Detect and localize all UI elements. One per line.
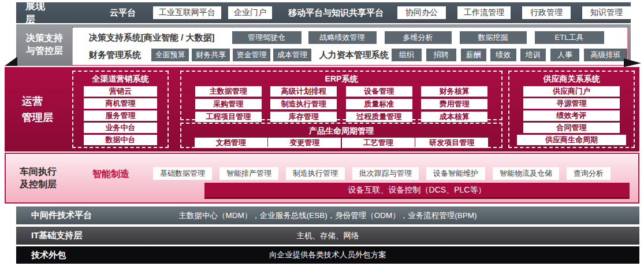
cost-mgmt-chip: 成本管理 xyxy=(273,49,311,61)
supplier-relationship-section: 供应商关系系统 供应商门户 寻源管理 绩效考评 合同管理 供应商生命周期 xyxy=(508,71,635,148)
shopfloor-layer-label: 车间执行 及控制层 xyxy=(20,165,57,190)
finance-share-chip: 财务共享 xyxy=(192,49,229,61)
etl-tools-chip: ETL工具 xyxy=(535,31,604,44)
contract-mgmt-chip: 合同管理 xyxy=(523,123,620,133)
outsourcing-text: 向企业提供各类技术人员外包方案 xyxy=(16,250,639,260)
shopfloor-chips-row: 基础数据管理 智能排产管理 制造执行管理 批次跟踪与管理 设备智能维护 智能物流… xyxy=(153,167,611,180)
aps-chip: 高级计划排程 xyxy=(270,86,337,97)
it-base-text: 主机、存储、网络 xyxy=(16,231,639,241)
it-base-band: IT基础支持层 主机、存储、网络 xyxy=(16,227,639,245)
corner-shadow-left xyxy=(5,57,17,66)
workflow-chip: 工作流管理 xyxy=(457,6,511,19)
process-mgmt-chip: 工艺管理 xyxy=(342,138,415,148)
operations-layer-band: 运营 管理层 全渠道营销系统 营销云 商机管理 服务管理 业务中台 数据中台 E… xyxy=(5,67,639,152)
change-mgmt-chip: 变更管理 xyxy=(268,138,341,148)
mobile-knowledge-text: 移动平台与知识共享平台 xyxy=(288,8,384,19)
admin-mgmt-chip: 行政管理 xyxy=(522,6,571,19)
srm-section-title: 供应商关系系统 xyxy=(509,74,634,84)
outsourcing-band: 技术外包 向企业提供各类技术人员外包方案 xyxy=(16,246,639,264)
device-interconnect-bar: 设备互联、设备控制（DCS、PLC等） xyxy=(204,183,630,199)
decision-panel: 决策支持系统[商业智能 / 大数据] 管理驾驶仓 战略绩效管理 多维分析 数据挖… xyxy=(72,27,628,65)
smart-scheduling-chip: 智能排产管理 xyxy=(219,167,278,180)
erp-grid: 主数据管理 高级计划排程 设备管理 财务核算 采购管理 制造执行管理 质量标准 … xyxy=(181,86,501,122)
architecture-diagram: 展现层 云平台 工业互联网平台 企业门户 移动平台与知识共享平台 协同办公 工作… xyxy=(0,0,644,266)
decision-layer-label: 决策支持 与管控层 xyxy=(26,32,63,58)
plm-section-title: 产品生命周期管理 xyxy=(181,126,501,136)
cloud-platform-text: 云平台 xyxy=(110,8,136,19)
service-mgmt-chip: 服务管理 xyxy=(84,110,157,121)
procurement-chip: 采购管理 xyxy=(195,99,262,109)
process-quality-chip: 过程质量管理 xyxy=(346,112,412,122)
expense-mgmt-chip: 费用管理 xyxy=(421,99,487,109)
inventory-mgmt-chip: 库存管理 xyxy=(270,112,337,122)
smart-manufacturing-title: 智能制造 xyxy=(92,168,129,180)
cost-accounting-chip: 成本核算 xyxy=(421,112,487,122)
strategy-perf-chip: 战略绩效管理 xyxy=(308,31,377,44)
olap-chip: 多维分析 xyxy=(385,31,452,44)
mes-mgmt-chip: 制造执行管理 xyxy=(270,99,337,109)
plm-section: 产品生命周期管理 文档管理 变更管理 工艺管理 研发项目管理 xyxy=(180,123,502,148)
finance-hcm-row: 财务管理系统 全面预算 财务共享 资金管理 成本管理 人力资本管理系统 组织 招… xyxy=(73,49,627,61)
performance-chip: 绩效 xyxy=(490,49,516,61)
presentation-layer-band: 展现层 云平台 工业互联网平台 企业门户 移动平台与知识共享平台 协同办公 工作… xyxy=(16,2,631,23)
presentation-layer-label: 展现层 xyxy=(25,0,53,26)
erp-section-title: ERP系统 xyxy=(181,74,501,84)
hr-chip: 人事 xyxy=(550,49,579,61)
dss-title: 决策支持系统[商业智能 / 大数据] xyxy=(89,32,215,43)
operations-layer-label: 运营 管理层 xyxy=(22,94,53,126)
shopfloor-layer-band: 车间执行 及控制层 智能制造 基础数据管理 智能排产管理 制造执行管理 批次跟踪… xyxy=(5,153,639,204)
equipment-mgmt-chip: 设备管理 xyxy=(346,86,412,97)
perf-evaluation-chip: 绩效考评 xyxy=(523,110,620,121)
recruit-chip: 招聘 xyxy=(426,49,456,61)
plm-row: 文档管理 变更管理 工艺管理 研发项目管理 xyxy=(181,138,501,148)
erp-section: ERP系统 主数据管理 高级计划排程 设备管理 财务核算 采购管理 制造执行管理… xyxy=(180,71,502,120)
marketing-section-title: 全渠道营销系统 xyxy=(73,74,167,84)
supplier-lifecycle-chip: 供应商生命周期 xyxy=(517,135,626,145)
knowledge-mgmt-chip: 知识管理 xyxy=(582,6,631,19)
training-chip: 培训 xyxy=(520,49,546,61)
collab-office-chip: 协同办公 xyxy=(397,6,446,19)
basic-data-chip: 基础数据管理 xyxy=(153,167,212,180)
mgmt-cockpit-chip: 管理驾驶仓 xyxy=(232,31,301,44)
financial-accounting-chip: 财务核算 xyxy=(421,86,487,97)
batch-tracking-chip: 批次跟踪与管理 xyxy=(352,167,419,180)
decision-layer-band: 决策支持 与管控层 决策支持系统[商业智能 / 大数据] 管理驾驶仓 战略绩效管… xyxy=(16,24,631,66)
salary-chip: 薪酬 xyxy=(461,49,486,61)
quality-standard-chip: 质量标准 xyxy=(346,99,412,109)
enterprise-portal-chip: 企业门户 xyxy=(228,6,272,19)
marketing-cloud-chip: 营销云 xyxy=(84,86,157,97)
project-mgmt-chip: 工程项目管理 xyxy=(195,112,262,122)
supplier-portal-chip: 供应商门户 xyxy=(523,86,620,97)
rd-project-chip: 研发项目管理 xyxy=(415,138,488,148)
smart-maintenance-chip: 设备智能维护 xyxy=(426,167,485,180)
data-mining-chip: 数据挖掘 xyxy=(460,31,527,44)
smart-logistics-chip: 智能物流及仓储 xyxy=(493,167,559,180)
query-analysis-chip: 查询分析 xyxy=(567,167,611,180)
opportunity-mgmt-chip: 商机管理 xyxy=(84,98,157,109)
omnichannel-marketing-section: 全渠道营销系统 营销云 商机管理 服务管理 业务中台 数据中台 xyxy=(72,71,169,148)
middleware-text: 主数据中心（MDM），企业服务总线(ESB)，身份管理（ODM），业务流程管理(… xyxy=(16,210,639,221)
business-middle-platform-chip: 业务中台 xyxy=(84,123,157,133)
advanced-scheduling-chip: 高级排班 xyxy=(584,49,627,61)
org-chip: 组织 xyxy=(392,49,422,61)
corner-arrow-right xyxy=(624,58,641,67)
doc-mgmt-chip: 文档管理 xyxy=(195,138,267,148)
master-data-chip: 主数据管理 xyxy=(195,86,262,97)
dss-row: 决策支持系统[商业智能 / 大数据] 管理驾驶仓 战略绩效管理 多维分析 数据挖… xyxy=(73,31,627,44)
funds-mgmt-chip: 资金管理 xyxy=(233,49,270,61)
mes-chip: 制造执行管理 xyxy=(286,167,345,180)
industrial-internet-chip: 工业互联网平台 xyxy=(153,6,221,19)
data-middle-platform-chip: 数据中台 xyxy=(84,135,157,145)
budget-chip: 全面预算 xyxy=(151,49,189,61)
finance-sys-title: 财务管理系统 xyxy=(89,50,141,61)
sourcing-mgmt-chip: 寻源管理 xyxy=(523,98,620,109)
hcm-sys-title: 人力资本管理系统 xyxy=(319,50,389,61)
middleware-band: 中间件技术平台 主数据中心（MDM），企业服务总线(ESB)，身份管理（ODM）… xyxy=(16,206,639,224)
